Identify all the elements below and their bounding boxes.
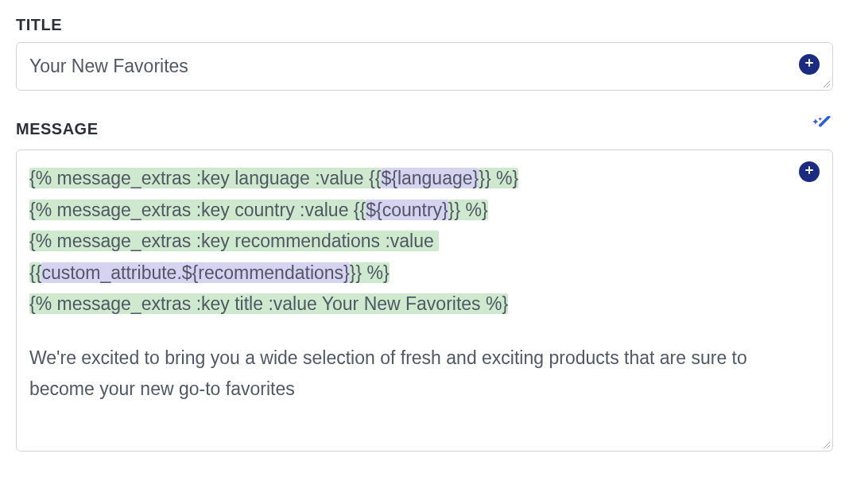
message-input[interactable]: {% message_extras :key language :value {… <box>16 149 833 452</box>
liquid-tag-span: }} %} <box>448 200 488 220</box>
liquid-tag-span: {% message_extras :key country :value {{ <box>29 200 366 220</box>
resize-handle-icon <box>821 79 831 88</box>
magic-wand-icon <box>811 116 833 142</box>
message-section: MESSAGE {% message_extras :key language … <box>16 116 833 452</box>
liquid-tag-span: }} %} <box>350 262 390 283</box>
liquid-tag-span: {% message_extras :key recommendations :… <box>29 231 439 251</box>
message-resize-handle[interactable] <box>821 440 831 449</box>
variable-span: ${language} <box>381 168 479 188</box>
liquid-tag-span: {% message_extras :key language :value {… <box>29 168 381 188</box>
magic-wand-button[interactable] <box>811 116 833 142</box>
title-add-button[interactable] <box>799 54 820 75</box>
resize-handle-icon <box>821 440 831 449</box>
message-line: {% message_extras :key recommendations :… <box>29 226 791 258</box>
svg-line-7 <box>824 442 830 448</box>
plus-circle-icon <box>803 164 816 180</box>
message-line: {% message_extras :key country :value {{… <box>29 195 791 227</box>
svg-line-8 <box>827 445 830 448</box>
message-label-row: MESSAGE <box>16 116 833 142</box>
title-label: TITLE <box>16 16 62 34</box>
plus-circle-icon <box>803 56 816 72</box>
message-line: {% message_extras :key language :value {… <box>29 163 791 195</box>
variable-span: ${country} <box>366 200 448 220</box>
title-label-row: TITLE <box>16 16 833 34</box>
title-section: TITLE Your New Favorites <box>16 16 833 91</box>
message-label: MESSAGE <box>16 120 99 138</box>
svg-line-3 <box>827 84 830 87</box>
title-value: Your New Favorites <box>29 54 791 79</box>
title-input[interactable]: Your New Favorites <box>16 42 833 91</box>
message-add-button[interactable] <box>799 161 820 182</box>
variable-span: custom_attribute.${recommendations} <box>41 262 349 283</box>
message-body-text: We're excited to bring you a wide select… <box>29 343 791 405</box>
message-line: {{custom_attribute.${recommendations}}} … <box>29 258 791 289</box>
message-line: {% message_extras :key title :value Your… <box>29 289 791 320</box>
liquid-tag-span: }} %} <box>479 168 518 188</box>
svg-line-2 <box>824 81 830 87</box>
liquid-tag-span: {% message_extras :key title :value Your… <box>29 293 508 314</box>
title-resize-handle[interactable] <box>821 79 831 88</box>
liquid-tag-span: {{ <box>29 262 41 283</box>
message-code-lines: {% message_extras :key language :value {… <box>29 163 791 320</box>
